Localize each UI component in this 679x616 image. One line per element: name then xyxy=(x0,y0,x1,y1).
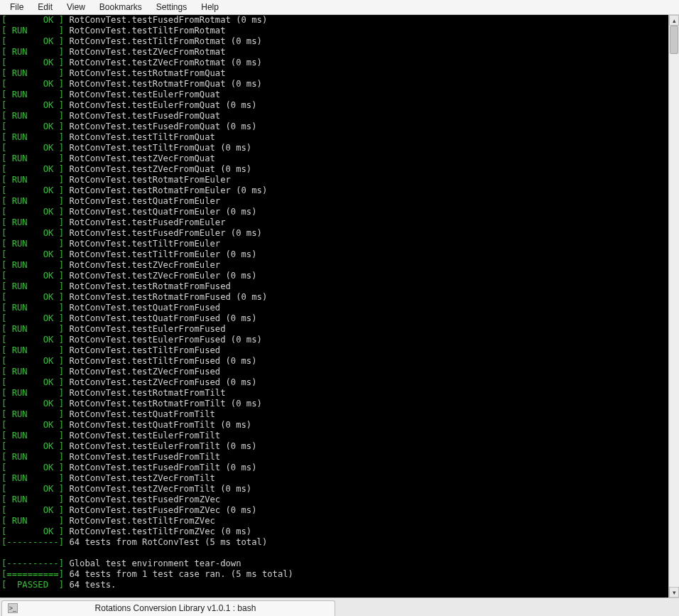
terminal-line: [ OK ] RotConvTest.testTiltFromFused (0 … xyxy=(1,356,667,367)
terminal-line: [ RUN ] RotConvTest.testZVecFromFused xyxy=(1,367,667,377)
terminal-line-text: RotConvTest.testQuatFromFused (0 ms) xyxy=(64,313,257,323)
terminal-line-tag: [ RUN ] xyxy=(1,153,64,163)
scroll-up-button[interactable]: ▴ xyxy=(669,15,679,26)
terminal-line-tag: [ OK ] xyxy=(1,143,64,153)
terminal-line: [ RUN ] RotConvTest.testZVecFromEuler xyxy=(1,260,667,271)
terminal-line: [ RUN ] RotConvTest.testTiltFromZVec xyxy=(1,516,667,526)
terminal-line: [ RUN ] RotConvTest.testFusedFromTilt xyxy=(1,452,667,463)
terminal-line-text: RotConvTest.testEulerFromFused xyxy=(64,324,225,334)
scrollbar-thumb[interactable] xyxy=(670,26,678,54)
terminal-line-text: RotConvTest.testEulerFromTilt (0 ms) xyxy=(64,441,257,451)
terminal-line-tag: [ OK ] xyxy=(1,121,64,131)
scroll-down-button[interactable]: ▾ xyxy=(669,587,679,598)
terminal-line: [ OK ] RotConvTest.testTiltFromQuat (0 m… xyxy=(1,143,667,153)
terminal-line: [ OK ] RotConvTest.testZVecFromFused (0 … xyxy=(1,377,667,388)
terminal-line-text: RotConvTest.testRotmatFromFused (0 ms) xyxy=(64,292,267,302)
terminal-line-tag: [----------] xyxy=(1,558,64,568)
terminal-line-text: RotConvTest.testRotmatFromEuler (0 ms) xyxy=(64,185,267,195)
terminal-line-tag: [ OK ] xyxy=(1,58,64,67)
terminal-line-tag: [ RUN ] xyxy=(1,388,64,398)
terminal-line-tag: [ OK ] xyxy=(1,420,64,430)
terminal-line-tag: [ OK ] xyxy=(1,377,64,387)
terminal-line: [ OK ] RotConvTest.testFusedFromQuat (0 … xyxy=(1,121,667,132)
terminal-line-text: RotConvTest.testEulerFromFused (0 ms) xyxy=(64,335,262,345)
terminal-line-tag: [ OK ] xyxy=(1,207,64,217)
terminal-line-tag: [ OK ] xyxy=(1,271,64,281)
terminal-line: [ OK ] RotConvTest.testRotmatFromEuler (… xyxy=(1,185,667,196)
terminal-line-text: Global test environment tear-down xyxy=(64,558,241,568)
terminal-line-tag: [ OK ] xyxy=(1,79,64,89)
terminal-line-text: 64 tests. xyxy=(64,580,116,590)
terminal-icon: >_ xyxy=(8,603,18,613)
terminal-line-text: RotConvTest.testTiltFromEuler xyxy=(64,239,220,249)
terminal-line: [ RUN ] RotConvTest.testEulerFromFused xyxy=(1,324,667,335)
terminal-line: [ OK ] RotConvTest.testTiltFromZVec (0 m… xyxy=(1,526,667,537)
vertical-scrollbar[interactable]: ▴ ▾ xyxy=(668,15,679,598)
statusbar: >_ Rotations Conversion Library v1.0.1 :… xyxy=(0,598,679,616)
terminal-line-text: RotConvTest.testZVecFromQuat (0 ms) xyxy=(64,164,251,174)
terminal-line-text: 64 tests from 1 test case ran. (5 ms tot… xyxy=(64,569,293,579)
terminal-line-tag: [ RUN ] xyxy=(1,345,64,355)
menu-bookmarks[interactable]: Bookmarks xyxy=(92,1,149,13)
terminal-line-tag: [ PASSED ] xyxy=(1,580,64,590)
terminal-line-tag: [==========] xyxy=(1,569,64,579)
terminal-line: [ RUN ] RotConvTest.testRotmatFromEuler xyxy=(1,175,667,185)
terminal-line-tag: [ OK ] xyxy=(1,249,64,259)
terminal-area: [ OK ] RotConvTest.testFusedFromRotmat (… xyxy=(0,15,679,598)
terminal-line-text: RotConvTest.testTiltFromQuat xyxy=(64,132,215,142)
terminal-line: [ RUN ] RotConvTest.testFusedFromQuat xyxy=(1,111,667,121)
menu-file[interactable]: File xyxy=(3,1,31,13)
terminal-output[interactable]: [ OK ] RotConvTest.testFusedFromRotmat (… xyxy=(0,15,668,598)
terminal-line-tag: [ OK ] xyxy=(1,505,64,515)
terminal-line-tag: [ RUN ] xyxy=(1,516,64,526)
terminal-line-tag: [ OK ] xyxy=(1,15,64,25)
terminal-line-tag: [ OK ] xyxy=(1,463,64,472)
terminal-line: [ RUN ] RotConvTest.testZVecFromRotmat xyxy=(1,47,667,58)
terminal-line: [ OK ] RotConvTest.testFusedFromTilt (0 … xyxy=(1,463,667,473)
terminal-line: [ RUN ] RotConvTest.testTiltFromQuat xyxy=(1,132,667,143)
terminal-line: [ RUN ] RotConvTest.testTiltFromRotmat xyxy=(1,26,667,36)
terminal-line-text: RotConvTest.testFusedFromZVec (0 ms) xyxy=(64,505,257,515)
terminal-line: [ OK ] RotConvTest.testQuatFromTilt (0 m… xyxy=(1,420,667,431)
menu-settings[interactable]: Settings xyxy=(149,1,194,13)
menu-view[interactable]: View xyxy=(60,1,92,13)
terminal-line-text: RotConvTest.testQuatFromFused xyxy=(64,303,220,313)
terminal-line-tag: [ RUN ] xyxy=(1,175,64,185)
terminal-line: [ OK ] RotConvTest.testQuatFromEuler (0 … xyxy=(1,207,667,217)
terminal-line-text: RotConvTest.testZVecFromFused xyxy=(64,367,220,377)
menu-edit[interactable]: Edit xyxy=(31,1,60,13)
terminal-line-tag: [ OK ] xyxy=(1,526,64,536)
terminal-line-text: RotConvTest.testFusedFromQuat (0 ms) xyxy=(64,121,257,131)
terminal-line: [ OK ] RotConvTest.testRotmatFromFused (… xyxy=(1,292,667,303)
terminal-line: [ OK ] RotConvTest.testQuatFromFused (0 … xyxy=(1,313,667,324)
terminal-line: [ RUN ] RotConvTest.testFusedFromZVec xyxy=(1,495,667,505)
terminal-line-text: RotConvTest.testRotmatFromQuat (0 ms) xyxy=(64,79,262,89)
terminal-line: [ OK ] RotConvTest.testTiltFromRotmat (0… xyxy=(1,36,667,47)
terminal-line-tag: [ RUN ] xyxy=(1,431,64,441)
terminal-line: [ RUN ] RotConvTest.testZVecFromTilt xyxy=(1,473,667,484)
terminal-line: [ RUN ] RotConvTest.testRotmatFromTilt xyxy=(1,388,667,399)
scrollbar-track[interactable] xyxy=(669,26,679,587)
terminal-line-tag: [ RUN ] xyxy=(1,90,64,99)
terminal-line-tag: [ OK ] xyxy=(1,36,64,46)
terminal-line-tag: [ OK ] xyxy=(1,335,64,345)
terminal-line: [ OK ] RotConvTest.testZVecFromQuat (0 m… xyxy=(1,164,667,175)
terminal-line-text: RotConvTest.testQuatFromTilt xyxy=(64,409,215,419)
terminal-line-text: RotConvTest.testZVecFromTilt xyxy=(64,473,215,483)
terminal-tab[interactable]: >_ Rotations Conversion Library v1.0.1 :… xyxy=(1,600,335,616)
terminal-line-text: RotConvTest.testRotmatFromTilt (0 ms) xyxy=(64,399,262,409)
terminal-line-text: RotConvTest.testTiltFromFused xyxy=(64,345,220,355)
terminal-line-tag: [ RUN ] xyxy=(1,473,64,483)
terminal-line-tag: [ RUN ] xyxy=(1,68,64,78)
terminal-line-text: RotConvTest.testZVecFromFused (0 ms) xyxy=(64,377,257,387)
menubar: FileEditViewBookmarksSettingsHelp xyxy=(0,0,679,15)
terminal-tab-title: Rotations Conversion Library v1.0.1 : ba… xyxy=(22,603,329,613)
terminal-line: [ OK ] RotConvTest.testZVecFromEuler (0 … xyxy=(1,271,667,281)
terminal-line-tag: [ OK ] xyxy=(1,441,64,451)
terminal-line-tag: [----------] xyxy=(1,537,64,547)
terminal-line: [ RUN ] RotConvTest.testRotmatFromQuat xyxy=(1,68,667,79)
terminal-line: [ OK ] RotConvTest.testZVecFromRotmat (0… xyxy=(1,58,667,68)
terminal-line-text: RotConvTest.testTiltFromQuat (0 ms) xyxy=(64,143,251,153)
terminal-line-tag: [ RUN ] xyxy=(1,47,64,57)
menu-help[interactable]: Help xyxy=(194,1,226,13)
